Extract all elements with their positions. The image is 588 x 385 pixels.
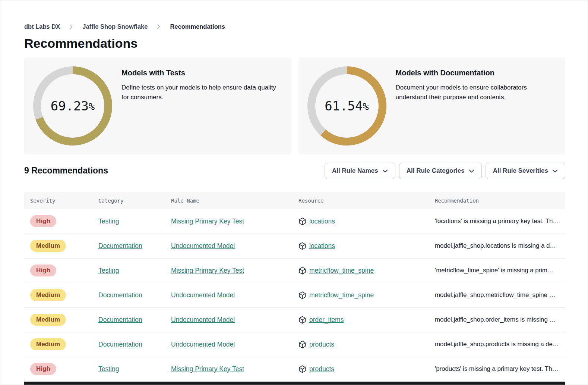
chevron-down-icon <box>382 167 388 175</box>
table-header: Severity Category Rule Name Resource Rec… <box>24 192 565 209</box>
severity-badge: High <box>30 215 56 227</box>
tests-donut-chart: 69.23% <box>33 66 112 145</box>
card-description: Document your models to ensure collabora… <box>396 83 534 103</box>
breadcrumb-item-recommendations: Recommendations <box>170 23 225 30</box>
rule-name-link[interactable]: Missing Primary Key Test <box>171 217 244 225</box>
severity-badge: High <box>30 265 56 276</box>
resource-link[interactable]: products <box>309 365 334 373</box>
recommendation-text: model.jaffle_shop.metricflow_time_spine … <box>435 291 559 299</box>
chevron-down-icon <box>552 167 558 175</box>
metric-cards: 69.23% Models with Tests Define tests on… <box>24 57 565 154</box>
recommendation-text: model.jaffle_shop.products is missing a … <box>435 341 559 348</box>
severity-badge: Medium <box>30 240 66 252</box>
column-header-rule-name: Rule Name <box>171 198 298 204</box>
rule-severities-filter-dropdown[interactable]: All Rule Severities <box>486 163 565 179</box>
tests-percent-value: 69.23% <box>33 66 112 145</box>
severity-badge: Medium <box>30 314 66 326</box>
rule-name-link[interactable]: Undocumented Model <box>171 242 235 250</box>
breadcrumb-item-jaffle-shop-snowflake[interactable]: Jaffle Shop Snowflake <box>82 23 148 30</box>
resource-link[interactable]: metricflow_time_spine <box>309 291 374 299</box>
column-header-category: Category <box>98 198 171 204</box>
recommendations-page: dbt Labs DX Jaffle Shop Snowflake Recomm… <box>0 23 588 382</box>
rule-name-link[interactable]: Undocumented Model <box>171 291 235 299</box>
table-body: High Testing Missing Primary Key Test lo… <box>24 209 565 382</box>
cube-icon <box>298 316 306 324</box>
resource-link[interactable]: metricflow_time_spine <box>309 267 374 275</box>
resource-link[interactable]: order_items <box>309 316 344 324</box>
category-link[interactable]: Testing <box>98 217 119 225</box>
table-row: High Testing Missing Primary Key Test pr… <box>24 357 565 382</box>
rule-names-filter-dropdown[interactable]: All Rule Names <box>325 163 395 179</box>
app-window: dbt Labs DX Jaffle Shop Snowflake Recomm… <box>0 0 588 385</box>
breadcrumb-item-dbt-labs-dx[interactable]: dbt Labs DX <box>24 23 60 30</box>
chevron-right-icon <box>70 24 73 29</box>
documentation-percent-value: 61.54% <box>307 66 386 145</box>
table-row: High Testing Missing Primary Key Test me… <box>24 259 565 283</box>
chevron-right-icon <box>157 24 160 29</box>
chevron-down-icon <box>469 167 474 175</box>
rule-name-link[interactable]: Undocumented Model <box>171 341 235 348</box>
documentation-donut-chart: 61.54% <box>307 66 386 145</box>
table-row: Medium Documentation Undocumented Model … <box>24 332 565 357</box>
cube-icon <box>298 341 306 348</box>
recommendation-text: model.jaffle_shop.order_items is missing… <box>435 316 559 323</box>
category-link[interactable]: Documentation <box>98 341 142 348</box>
recommendation-text: 'locations' is missing a primary key tes… <box>435 217 559 225</box>
metric-card-models-with-tests: 69.23% Models with Tests Define tests on… <box>24 57 291 154</box>
recommendation-text: 'metricflow_time_spine' is missing a pri… <box>435 267 559 274</box>
card-title-models-with-documentation: Models with Documentation <box>396 69 534 77</box>
filter-bar: All Rule Names All Rule Categories All R… <box>325 163 565 179</box>
resource-link[interactable]: locations <box>309 242 335 250</box>
recommendations-count: 9 Recommendations <box>24 166 108 176</box>
recommendations-table: Severity Category Rule Name Resource Rec… <box>24 192 565 382</box>
table-row: Medium Documentation Undocumented Model … <box>24 308 565 332</box>
page-title: Recommendations <box>24 35 565 51</box>
table-row: Medium Documentation Undocumented Model … <box>24 283 565 308</box>
category-link[interactable]: Testing <box>98 267 119 274</box>
column-header-resource: Resource <box>298 198 435 204</box>
card-description: Define tests on your models to help ensu… <box>121 83 282 103</box>
cube-icon <box>298 217 306 225</box>
rule-name-link[interactable]: Missing Primary Key Test <box>171 267 244 274</box>
category-link[interactable]: Testing <box>98 365 119 373</box>
list-header: 9 Recommendations All Rule Names All Rul… <box>24 163 565 179</box>
table-row: Medium Documentation Undocumented Model … <box>24 234 565 259</box>
cube-icon <box>298 242 306 250</box>
cube-icon <box>298 291 306 299</box>
severity-badge: Medium <box>30 289 66 301</box>
resource-link[interactable]: locations <box>309 217 335 225</box>
cube-icon <box>298 365 306 373</box>
column-header-severity: Severity <box>30 198 98 204</box>
category-link[interactable]: Documentation <box>98 291 142 299</box>
recommendation-text: model.jaffle_shop.locations is missing a… <box>435 242 559 250</box>
rule-categories-filter-dropdown[interactable]: All Rule Categories <box>399 163 482 179</box>
severity-badge: High <box>30 363 56 375</box>
breadcrumb: dbt Labs DX Jaffle Shop Snowflake Recomm… <box>24 23 565 30</box>
card-title-models-with-tests: Models with Tests <box>121 69 282 77</box>
cube-icon <box>298 267 306 275</box>
category-link[interactable]: Documentation <box>98 316 142 323</box>
severity-badge: Medium <box>30 338 66 350</box>
rule-name-link[interactable]: Missing Primary Key Test <box>171 365 244 373</box>
rule-name-link[interactable]: Undocumented Model <box>171 316 235 323</box>
recommendation-text: 'products' is missing a primary key test… <box>435 365 559 373</box>
table-row: High Testing Missing Primary Key Test lo… <box>24 209 565 234</box>
column-header-recommendation: Recommendation <box>435 198 559 204</box>
category-link[interactable]: Documentation <box>98 242 142 250</box>
clipped-next-row <box>24 382 565 385</box>
metric-card-models-with-documentation: 61.54% Models with Documentation Documen… <box>298 57 566 154</box>
resource-link[interactable]: products <box>309 341 334 348</box>
